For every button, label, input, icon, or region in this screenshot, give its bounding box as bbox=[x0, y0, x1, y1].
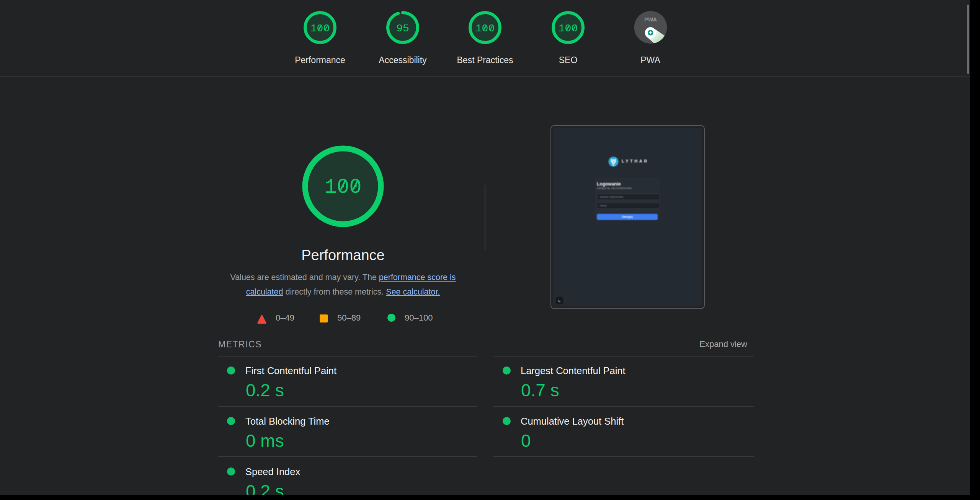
svg-text:PWA: PWA bbox=[644, 16, 657, 23]
svg-text:100: 100 bbox=[324, 176, 361, 199]
svg-text:95: 95 bbox=[396, 23, 409, 34]
